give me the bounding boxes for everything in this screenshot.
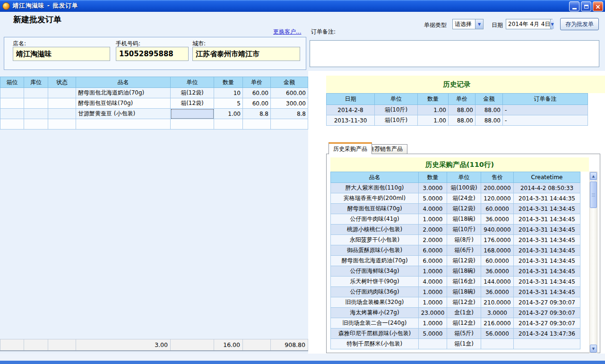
cell[interactable]: 2014-3-31 14:34:45 [514,287,580,297]
cell[interactable]: 盒(1盒) [447,308,481,318]
cell[interactable]: 永阳菠萝干(小包装) [331,235,419,245]
cell[interactable] [48,88,76,98]
table-row[interactable]: 酵母面包豆馅味(70g)4.0000箱(12袋)60.00002014-3-31… [331,204,580,214]
cell[interactable]: 公仔面牛肉味(41g) [331,214,419,225]
cell[interactable]: 2013-11-30 [327,115,375,126]
cell[interactable] [24,88,48,98]
table-row[interactable]: 公仔面海鲜味(34g)1.0000箱(18碗)36.00002014-3-31 … [331,266,580,277]
cell[interactable]: 公仔面海鲜味(34g) [331,266,419,277]
table-row[interactable]: 公仔面鸡肉味(36g)1.0000箱(18碗)36.00002014-3-31 … [331,287,580,297]
cell[interactable]: 8.8 [271,109,308,119]
save-wholesale-button[interactable]: 存为批发单 [560,18,599,30]
date-picker[interactable]: 2014年 4月 4日 ▼ [506,19,553,29]
cell[interactable]: 940.0000 [481,225,514,235]
cell[interactable]: 120.0000 [481,193,514,204]
scrollbar-thumb[interactable] [590,182,597,208]
cell[interactable]: 2014-3-31 14:34:45 [514,225,580,235]
cell[interactable]: 箱(16盒) [447,277,481,287]
cell[interactable]: 箱(12袋) [171,88,214,98]
cell[interactable]: 乐天树叶饼干(90g) [331,277,419,287]
cell[interactable]: 2014-3-31 14:34:45 [514,245,580,256]
cell[interactable] [24,109,48,119]
table-row[interactable]: 酵母面包北海道奶油(70g)箱(12袋)1060.00600.00 [0,88,308,98]
table-row[interactable]: 旧街场盒装二合一(240g)1.0000箱(12盒)216.00002014-3… [331,318,580,329]
table-row[interactable]: 永阳菠萝干(小包装)2.0000箱(8斤)176.00002014-3-31 1… [331,235,580,245]
cell[interactable]: 4.0000 [419,277,447,287]
cell[interactable]: 箱(100袋) [447,183,481,193]
cell[interactable]: 箱(8斤) [447,235,481,245]
cell[interactable] [271,119,308,130]
cell[interactable]: 箱(18碗) [447,214,481,225]
cell[interactable]: 酵母面包北海道奶油(70g) [76,88,171,98]
cell[interactable]: 箱(12盒) [447,297,481,308]
cell[interactable]: 5.0000 [419,193,447,204]
cell[interactable]: 1.0000 [419,214,447,225]
cell[interactable]: 6.0000 [419,256,447,266]
cell[interactable]: 1.0000 [419,318,447,329]
scroll-down-icon[interactable]: ▼ [590,345,597,353]
cell[interactable]: - [503,105,588,115]
table-row[interactable]: 乐天树叶饼干(90g)4.0000箱(16盒)144.00002014-3-31… [331,277,580,287]
cell[interactable]: 23.0000 [419,308,447,318]
cell[interactable]: 3.0000 [419,183,447,193]
cell[interactable]: 60.00 [243,98,271,109]
cell[interactable]: 5 [214,98,243,109]
table-row[interactable]: 宾格瑞香蕉牛奶(200ml)5.0000箱(24盒)120.00002014-3… [331,193,580,204]
cell[interactable]: 2014-3-24 13:47:36 [514,329,580,339]
cell[interactable]: 600.00 [271,88,308,98]
cell[interactable]: 箱(10斤) [375,115,418,126]
cell[interactable]: 300.00 [271,98,308,109]
cell[interactable]: 88.00 [475,115,503,126]
table-row[interactable]: 旧街场盒装榛果(320g)1.0000箱(12盒)210.00002014-3-… [331,297,580,308]
close-button[interactable]: × [593,1,603,11]
cell[interactable]: 酵母面包豆馅味(70g) [76,98,171,109]
cell[interactable]: 216.0000 [481,318,514,329]
cell[interactable]: - [503,115,588,126]
cell[interactable] [24,98,48,109]
cell[interactable]: 6.0000 [419,245,447,256]
cell[interactable] [171,109,214,119]
chevron-down-icon[interactable]: ▼ [475,19,483,29]
table-row[interactable]: 森雅印尼千层糕原味(小包装)5.0000箱(5斤)56.00002014-3-2… [331,329,580,339]
cell[interactable]: 2014-2-8 [327,105,375,115]
cell[interactable]: 2014-3-31 14:34:45 [514,235,580,245]
table-row[interactable]: 甘源蟹黄蚕豆 (小包装)1.008.88.8 [0,109,308,119]
cell[interactable]: 88.00 [449,115,475,126]
cell[interactable]: 2014-3-31 14:34:45 [514,214,580,225]
cell[interactable]: 森雅印尼千层糕原味(小包装) [331,329,419,339]
cell[interactable]: 2014-3-27 09:30:07 [514,297,580,308]
cell[interactable]: 3.0000 [481,308,514,318]
cell[interactable] [243,119,271,130]
table-row[interactable]: 酵母面包北海道奶油(70g)6.0000箱(12袋)60.00002014-3-… [331,256,580,266]
cell[interactable] [48,98,76,109]
cell[interactable]: 海太烤薯棒小(27g) [331,308,419,318]
cell[interactable]: 箱(12袋) [447,204,481,214]
tab-purchase-history[interactable]: 历史采购产品 [328,142,372,154]
cell[interactable] [48,119,76,130]
scroll-up-icon[interactable]: ▲ [590,172,597,180]
cell[interactable]: 酵母面包豆馅味(70g) [331,204,419,214]
cell[interactable]: 1.0000 [419,297,447,308]
cell[interactable]: 1.00 [418,105,449,115]
cell[interactable]: 箱(12袋) [171,98,214,109]
cell[interactable]: 10 [214,88,243,98]
cell[interactable]: 箱(18碗) [447,287,481,297]
cell[interactable]: 60.00 [243,88,271,98]
cell[interactable]: 2014-4-2 08:50:33 [514,183,580,193]
table-row[interactable]: 海太烤薯棒小(27g)23.0000盒(1盒)3.00002014-3-27 0… [331,308,580,318]
cell[interactable] [76,119,171,130]
cell[interactable]: 箱(24盒) [447,193,481,204]
table-row[interactable]: 2013-11-30箱(10斤)1.0088.0088.00- [327,115,588,126]
cell[interactable] [0,119,24,130]
cell[interactable]: 5.0000 [419,329,447,339]
doc-type-select[interactable]: 请选择 ▼ [452,19,484,29]
table-row[interactable] [0,119,308,130]
cell[interactable] [481,339,514,349]
cell[interactable]: 56.0000 [481,329,514,339]
restore-button[interactable] [581,1,591,11]
order-remark-input[interactable] [310,40,599,67]
store-name-field[interactable] [13,47,110,61]
cell[interactable] [419,339,447,349]
cell[interactable]: 1.0000 [419,266,447,277]
cell[interactable]: 特制千层酥米(小包装) [331,339,419,349]
